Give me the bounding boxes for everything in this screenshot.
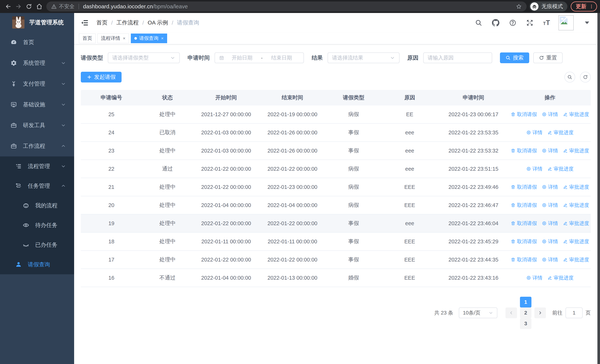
result-placeholder: 请选择流结果 (332, 54, 363, 61)
action-progress-link[interactable]: 审批进度 (563, 202, 589, 208)
action-progress-link[interactable]: 审批进度 (563, 147, 589, 154)
browser-home-button[interactable] (34, 1, 45, 12)
browser-reload-button[interactable] (24, 1, 34, 12)
page-size-select[interactable]: 10条/页 (459, 308, 497, 318)
page-button-3[interactable]: 3 (520, 318, 531, 329)
next-page-button[interactable] (534, 308, 546, 318)
refresh-table-button[interactable] (580, 72, 591, 83)
action-progress-link[interactable]: 审批进度 (563, 220, 589, 227)
cell-状态: 处理中 (142, 111, 193, 118)
goto-label: 前往 (552, 309, 562, 316)
action-detail-link[interactable]: 详情 (526, 274, 543, 281)
tab-请假查询[interactable]: 请假查询× (131, 34, 167, 43)
incognito-icon (532, 4, 537, 9)
row-actions: 取消请假详情审批进度 (509, 111, 591, 118)
reset-button[interactable]: 重置 (533, 52, 562, 63)
cell-申请时间: 2022-01-23 00:06:17 (438, 111, 509, 118)
action-cancel-link[interactable]: 取消请假 (511, 238, 537, 245)
address-bar[interactable]: 不安全 dashboard.yudao.iocoder.cn/bpm/oa/le… (46, 1, 527, 11)
tab-close-icon[interactable]: × (161, 36, 164, 41)
action-cancel-link[interactable]: 取消请假 (511, 111, 537, 118)
sidebar-item-label: 我的流程 (35, 202, 57, 209)
bookmark-star-icon[interactable] (516, 3, 522, 9)
action-detail-link[interactable]: 详情 (542, 184, 558, 190)
action-cancel-link[interactable]: 取消请假 (511, 202, 537, 208)
action-progress-link[interactable]: 审批进度 (547, 129, 574, 136)
breadcrumb-item[interactable]: 首页 (96, 19, 107, 27)
result-select[interactable]: 请选择流结果 (328, 52, 400, 63)
sidebar-item-支付管理[interactable]: 支付管理 (0, 73, 74, 94)
action-progress-link[interactable]: 审批进度 (563, 238, 589, 245)
caret-down-icon[interactable] (583, 19, 591, 27)
breadcrumb-item[interactable]: OA 示例 (148, 19, 168, 27)
action-cancel-link[interactable]: 取消请假 (511, 184, 537, 190)
tab-流程详情[interactable]: 流程详情× (97, 34, 129, 43)
action-label: 详情 (533, 166, 543, 172)
row-actions: 取消请假详情审批进度 (509, 147, 591, 154)
search-icon[interactable] (475, 19, 482, 27)
action-detail-link[interactable]: 详情 (542, 147, 558, 154)
create-leave-button[interactable]: 发起请假 (81, 72, 122, 83)
sidebar-item-请假查询[interactable]: 请假查询 (0, 255, 74, 274)
page-button-1[interactable]: 1 (520, 297, 531, 308)
action-detail-link[interactable]: 详情 (526, 129, 543, 136)
action-cancel-link[interactable]: 取消请假 (511, 147, 537, 154)
action-cancel-link[interactable]: 取消请假 (511, 220, 537, 227)
action-detail-link[interactable]: 详情 (542, 220, 558, 227)
page-scrollbar[interactable] (597, 13, 600, 364)
cell-状态: 处理中 (142, 220, 193, 227)
cell-状态: 已取消 (142, 129, 193, 136)
action-detail-link[interactable]: 详情 (542, 256, 558, 263)
fullscreen-icon[interactable] (526, 19, 534, 27)
cell-操作: 取消请假详情审批进度 (509, 220, 591, 227)
reason-label: 原因 (407, 54, 418, 62)
action-progress-link[interactable]: 审批进度 (547, 274, 574, 281)
avatar[interactable] (559, 15, 574, 30)
sidebar-item-基础设施[interactable]: 基础设施 (0, 94, 74, 115)
action-progress-link[interactable]: 审批进度 (547, 166, 574, 172)
sidebar-item-流程管理[interactable]: 流程管理 (0, 156, 74, 176)
browser-menu-icon[interactable] (589, 4, 594, 9)
tab-bar: 首页流程详情×请假查询× (74, 32, 597, 44)
browser-forward-button[interactable] (13, 1, 24, 12)
github-icon[interactable] (492, 19, 499, 27)
action-cancel-link[interactable]: 取消请假 (511, 256, 537, 263)
action-label: 取消请假 (517, 202, 537, 208)
font-size-icon[interactable]: TT (543, 19, 550, 27)
action-progress-link[interactable]: 审批进度 (563, 111, 589, 118)
apply-time-range-picker[interactable]: 开始日期 - 结束日期 (215, 52, 304, 63)
leave-type-select[interactable]: 请选择请假类型 (108, 52, 180, 63)
sidebar-item-已办任务[interactable]: 已办任务 (0, 235, 74, 255)
sidebar-item-研发工具[interactable]: 研发工具 (0, 115, 74, 136)
column-header-申请编号: 申请编号 (81, 94, 142, 101)
sidebar-item-首页[interactable]: 首页 (0, 32, 74, 53)
tab-首页[interactable]: 首页 (79, 34, 96, 43)
app-title: 芋道管理系统 (29, 19, 64, 26)
tab-close-icon[interactable]: × (123, 36, 125, 41)
search-button[interactable]: 搜索 (500, 52, 529, 63)
sidebar-item-待办任务[interactable]: 待办任务 (0, 215, 74, 235)
browser-update-button[interactable]: 更新 (571, 1, 597, 11)
action-detail-link[interactable]: 详情 (542, 202, 558, 208)
sidebar-item-我的流程[interactable]: 我的流程 (0, 196, 74, 215)
help-icon[interactable] (509, 19, 516, 27)
prev-page-button[interactable] (506, 308, 517, 318)
action-progress-link[interactable]: 审批进度 (563, 256, 589, 263)
tab-label: 请假查询 (139, 35, 159, 42)
sidebar-item-工作流程[interactable]: 工作流程 (0, 136, 74, 156)
breadcrumb-item[interactable]: 工作流程 (116, 19, 139, 27)
toggle-search-button[interactable] (564, 72, 575, 83)
goto-page-input[interactable] (565, 308, 582, 318)
sidebar-item-任务管理[interactable]: 任务管理 (0, 176, 74, 196)
incognito-badge: 无痕模式 (529, 1, 567, 11)
action-detail-link[interactable]: 详情 (542, 111, 558, 118)
top-navbar: 首页/工作流程/OA 示例/请假查询 TT (74, 13, 597, 32)
reason-input[interactable]: 请输入原因 (423, 52, 492, 63)
action-detail-link[interactable]: 详情 (526, 166, 543, 172)
action-progress-link[interactable]: 审批进度 (563, 184, 589, 190)
browser-back-button[interactable] (3, 1, 13, 12)
hamburger-icon[interactable] (81, 19, 89, 27)
page-button-2[interactable]: 2 (520, 308, 531, 318)
action-detail-link[interactable]: 详情 (542, 238, 558, 245)
sidebar-item-系统管理[interactable]: 系统管理 (0, 53, 74, 73)
